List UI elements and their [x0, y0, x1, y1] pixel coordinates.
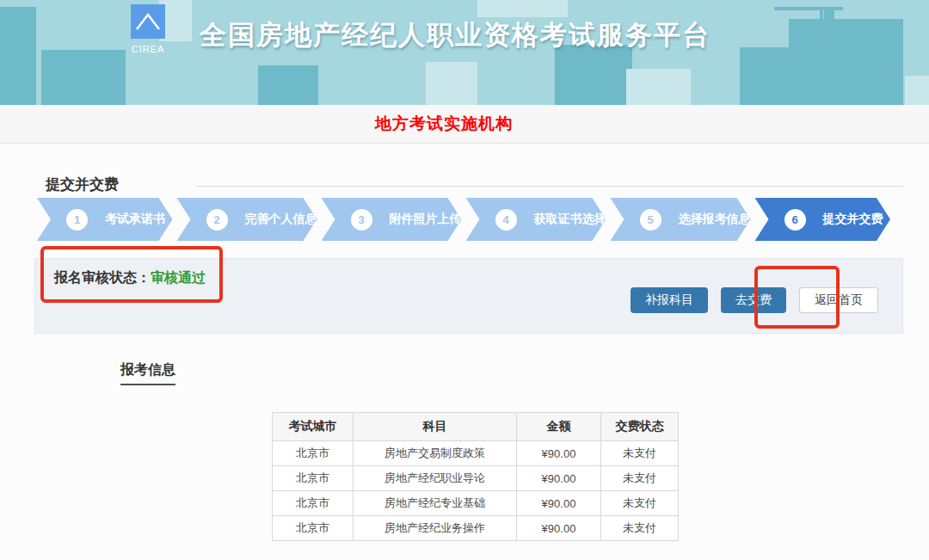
step-number-badge: 2	[206, 209, 228, 231]
table-row: 北京市房地产经纪业务操作¥90.00未支付	[273, 516, 679, 541]
table-column-header: 科目	[354, 413, 517, 441]
table-cell: 房地产经纪业务操作	[354, 516, 517, 541]
step-3[interactable]: 3附件照片上传	[322, 198, 462, 241]
site-logo[interactable]: CIREA	[129, 4, 167, 54]
table-column-header: 考试城市	[273, 413, 354, 441]
table-column-header: 金额	[517, 413, 601, 441]
skyline-building	[0, 7, 36, 105]
step-number-badge: 3	[351, 209, 372, 231]
table-cell: ¥90.00	[517, 516, 601, 541]
step-4[interactable]: 4获取证书选择	[466, 198, 606, 241]
table-cell: 北京市	[273, 466, 354, 491]
registration-table: 考试城市科目金额交费状态 北京市房地产交易制度政策¥90.00未支付北京市房地产…	[272, 412, 679, 541]
registration-table-body: 北京市房地产交易制度政策¥90.00未支付北京市房地产经纪职业导论¥90.00未…	[273, 441, 679, 541]
step-label: 附件照片上传	[390, 212, 462, 227]
table-cell: 北京市	[273, 516, 354, 541]
wizard-section-title: 提交并交费	[46, 175, 119, 194]
home-button[interactable]: 返回首页	[799, 287, 878, 313]
skyline-building	[905, 76, 929, 105]
step-1[interactable]: 1考试承诺书	[37, 198, 173, 241]
step-number-badge: 5	[640, 209, 661, 231]
section-divider	[196, 186, 903, 187]
roof-icon	[131, 4, 165, 39]
table-cell: 未支付	[601, 441, 679, 466]
status-panel: 报名审核状态：审核通过 补报科目 去交费 返回首页	[34, 258, 903, 334]
skyline-building	[555, 45, 632, 105]
page-header: CIREA 全国房地产经纪人职业资格考试服务平台	[0, 0, 929, 105]
step-label: 提交并交费	[823, 212, 883, 227]
step-label: 获取证书选择	[534, 212, 606, 227]
table-header-row: 考试城市科目金额交费状态	[273, 413, 679, 441]
step-indicator: 1考试承诺书2完善个人信息3附件照片上传4获取证书选择5选择报考信息6提交并交费	[37, 198, 890, 241]
table-row: 北京市房地产交易制度政策¥90.00未支付	[273, 441, 679, 466]
table-cell: 房地产经纪专业基础	[354, 491, 517, 516]
table-cell: 未支付	[601, 491, 679, 516]
skyline-building	[789, 19, 903, 105]
step-6-current[interactable]: 6提交并交费	[755, 198, 891, 241]
table-cell: ¥90.00	[517, 441, 601, 466]
review-status-value: 审核通过	[151, 270, 206, 285]
table-cell: ¥90.00	[517, 491, 601, 516]
table-cell: 房地产交易制度政策	[354, 441, 517, 466]
review-status: 报名审核状态：审核通过	[54, 269, 206, 287]
action-buttons: 补报科目 去交费 返回首页	[631, 287, 878, 313]
skyline-building	[426, 62, 477, 105]
step-label: 考试承诺书	[105, 212, 165, 227]
skyline-building	[477, 0, 568, 17]
table-row: 北京市房地产经纪专业基础¥90.00未支付	[273, 491, 679, 516]
table-cell: 房地产经纪职业导论	[354, 466, 517, 491]
skyline-building	[258, 65, 318, 105]
banner-text: 地方考试实施机构	[375, 113, 513, 135]
skyline-building	[41, 50, 126, 105]
registration-section-title: 报考信息	[120, 361, 175, 385]
step-number-badge: 4	[495, 209, 517, 231]
skyline-building	[626, 69, 691, 105]
step-label: 完善个人信息	[245, 212, 317, 227]
table-column-header: 交费状态	[601, 413, 679, 441]
registration-table-head: 考试城市科目金额交费状态	[273, 413, 679, 441]
pay-button[interactable]: 去交费	[721, 287, 786, 313]
table-cell: 北京市	[273, 441, 354, 466]
table-cell: 未支付	[601, 466, 679, 491]
banner-bar: 地方考试实施机构	[0, 105, 929, 144]
skyline-building	[740, 47, 791, 105]
step-number-badge: 6	[784, 209, 806, 231]
table-row: 北京市房地产经纪职业导论¥90.00未支付	[273, 466, 679, 491]
site-title: 全国房地产经纪人职业资格考试服务平台	[200, 17, 711, 53]
skyline-building	[824, 10, 834, 21]
table-cell: ¥90.00	[517, 466, 601, 491]
step-label: 选择报考信息	[679, 212, 751, 227]
review-status-label: 报名审核状态：	[54, 270, 151, 285]
step-5[interactable]: 5选择报考信息	[611, 198, 751, 241]
table-cell: 北京市	[273, 491, 354, 516]
step-2[interactable]: 2完善个人信息	[177, 198, 317, 241]
add-subjects-button[interactable]: 补报科目	[631, 287, 708, 313]
step-number-badge: 1	[66, 209, 88, 231]
logo-text: CIREA	[129, 44, 167, 54]
table-cell: 未支付	[601, 516, 679, 541]
